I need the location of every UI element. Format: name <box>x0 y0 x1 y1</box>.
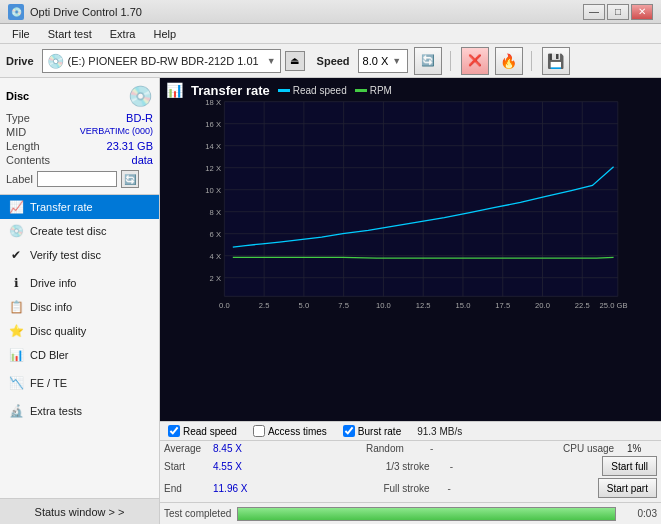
nav-verify-test-disc-label: Verify test disc <box>30 249 101 261</box>
stats-row-2: Start 4.55 X 1/3 stroke - Start full <box>164 456 657 476</box>
stroke-1-3-value: - <box>450 461 470 472</box>
minimize-button[interactable]: — <box>583 4 605 20</box>
label-input[interactable] <box>37 171 117 187</box>
svg-text:14 X: 14 X <box>205 142 221 151</box>
length-label: Length <box>6 140 40 152</box>
close-button[interactable]: ✕ <box>631 4 653 20</box>
nav-extra-tests[interactable]: 🔬 Extra tests <box>0 399 159 423</box>
contents-label: Contents <box>6 154 50 166</box>
speed-selector[interactable]: 8.0 X ▼ <box>358 49 408 73</box>
progress-bar-container <box>237 507 616 521</box>
stroke-1-3-label: 1/3 stroke <box>386 461 446 472</box>
svg-text:6 X: 6 X <box>210 230 221 239</box>
access-times-checkbox[interactable] <box>253 425 265 437</box>
end-value: 11.96 X <box>213 483 253 494</box>
average-label: Average <box>164 443 209 454</box>
nav-disc-quality[interactable]: ⭐ Disc quality <box>0 319 159 343</box>
menu-file[interactable]: File <box>4 26 38 42</box>
cd-bler-icon: 📊 <box>8 347 24 363</box>
nav-verify-test-disc[interactable]: ✔ Verify test disc <box>0 243 159 267</box>
stats-area: Average 8.45 X Random - CPU usage 1% Sta… <box>160 440 661 502</box>
start-group: Start 4.55 X <box>164 456 253 476</box>
burst-rate-checkbox-label[interactable]: Burst rate <box>343 425 401 437</box>
nav-disc-quality-label: Disc quality <box>30 325 86 337</box>
transfer-rate-icon: 📈 <box>8 199 24 215</box>
eject-button[interactable]: ⏏ <box>285 51 305 71</box>
svg-text:0.0: 0.0 <box>219 301 230 310</box>
drive-selector[interactable]: 💿 (E:) PIONEER BD-RW BDR-212D 1.01 ▼ <box>42 49 281 73</box>
svg-rect-0 <box>224 102 617 297</box>
chart-svg: 18 X 16 X 14 X 12 X 10 X 8 X 6 X 4 X 2 X… <box>160 100 661 320</box>
svg-text:16 X: 16 X <box>205 120 221 129</box>
checkbox-row: Read speed Access times Burst rate 91.3 … <box>160 421 661 440</box>
drive-label: Drive <box>6 55 34 67</box>
start-full-button[interactable]: Start full <box>602 456 657 476</box>
label-refresh-button[interactable]: 🔄 <box>121 170 139 188</box>
legend-read-speed-label: Read speed <box>293 85 347 96</box>
nav-fe-te[interactable]: 📉 FE / TE <box>0 371 159 395</box>
verify-test-disc-icon: ✔ <box>8 247 24 263</box>
legend-read-speed-color <box>278 89 290 92</box>
burst-rate-checkbox[interactable] <box>343 425 355 437</box>
contents-value: data <box>132 154 153 166</box>
drive-info-icon: ℹ <box>8 275 24 291</box>
start-label: Start <box>164 461 209 472</box>
disc-check-button[interactable]: ❌ <box>461 47 489 75</box>
nav-transfer-rate[interactable]: 📈 Transfer rate <box>0 195 159 219</box>
menu-start-test[interactable]: Start test <box>40 26 100 42</box>
progress-status: Test completed <box>164 508 231 519</box>
chart-header-area: 📊 Transfer rate Read speed RPM <box>160 78 661 100</box>
nav-cd-bler[interactable]: 📊 CD Bler <box>0 343 159 367</box>
cpu-group: CPU usage 1% <box>563 443 657 454</box>
label-label: Label <box>6 173 33 185</box>
access-times-checkbox-label[interactable]: Access times <box>253 425 327 437</box>
start-part-button[interactable]: Start part <box>598 478 657 498</box>
read-speed-checkbox[interactable] <box>168 425 180 437</box>
refresh-button[interactable]: 🔄 <box>414 47 442 75</box>
menu-help[interactable]: Help <box>145 26 184 42</box>
nav-section: 📈 Transfer rate 💿 Create test disc ✔ Ver… <box>0 195 159 498</box>
disc-info-nav-icon: 📋 <box>8 299 24 315</box>
save-button[interactable]: 💾 <box>542 47 570 75</box>
chart-title: Transfer rate <box>191 83 270 98</box>
svg-text:15.0: 15.0 <box>456 301 471 310</box>
status-window-button[interactable]: Status window > > <box>0 498 159 524</box>
fe-te-icon: 📉 <box>8 375 24 391</box>
svg-text:12 X: 12 X <box>205 164 221 173</box>
sidebar: Disc 💿 Type BD-R MID VERBATIMc (000) Len… <box>0 78 160 524</box>
full-stroke-label: Full stroke <box>383 483 443 494</box>
read-speed-checkbox-text: Read speed <box>183 426 237 437</box>
type-value: BD-R <box>126 112 153 124</box>
nav-create-test-disc[interactable]: 💿 Create test disc <box>0 219 159 243</box>
svg-text:7.5: 7.5 <box>338 301 349 310</box>
progress-time: 0:03 <box>622 508 657 519</box>
disc-quality-icon: ⭐ <box>8 323 24 339</box>
title-bar: 💿 Opti Drive Control 1.70 — □ ✕ <box>0 0 661 24</box>
menu-bar: File Start test Extra Help <box>0 24 661 44</box>
drive-name: (E:) PIONEER BD-RW BDR-212D 1.01 <box>68 55 259 67</box>
nav-disc-info[interactable]: 📋 Disc info <box>0 295 159 319</box>
read-speed-checkbox-label[interactable]: Read speed <box>168 425 237 437</box>
stats-row-1: Average 8.45 X Random - CPU usage 1% <box>164 443 657 454</box>
svg-text:2.5: 2.5 <box>259 301 270 310</box>
maximize-button[interactable]: □ <box>607 4 629 20</box>
stroke-1-3-group: 1/3 stroke - <box>386 456 470 476</box>
legend-rpm-color <box>355 89 367 92</box>
nav-drive-info[interactable]: ℹ Drive info <box>0 271 159 295</box>
random-group: Random - <box>366 443 450 454</box>
length-value: 23.31 GB <box>107 140 153 152</box>
svg-text:4 X: 4 X <box>210 252 221 261</box>
end-group: End 11.96 X <box>164 478 253 498</box>
app-title: Opti Drive Control 1.70 <box>30 6 142 18</box>
nav-extra-tests-label: Extra tests <box>30 405 82 417</box>
nav-fe-te-label: FE / TE <box>30 377 67 389</box>
svg-text:5.0: 5.0 <box>299 301 310 310</box>
svg-text:25.0 GB: 25.0 GB <box>600 301 628 310</box>
status-window-label: Status window > > <box>35 506 125 518</box>
burn-button[interactable]: 🔥 <box>495 47 523 75</box>
separator-2 <box>531 51 532 71</box>
svg-text:18 X: 18 X <box>205 100 221 107</box>
progress-area: Test completed 0:03 <box>160 502 661 524</box>
menu-extra[interactable]: Extra <box>102 26 144 42</box>
svg-text:10 X: 10 X <box>205 186 221 195</box>
